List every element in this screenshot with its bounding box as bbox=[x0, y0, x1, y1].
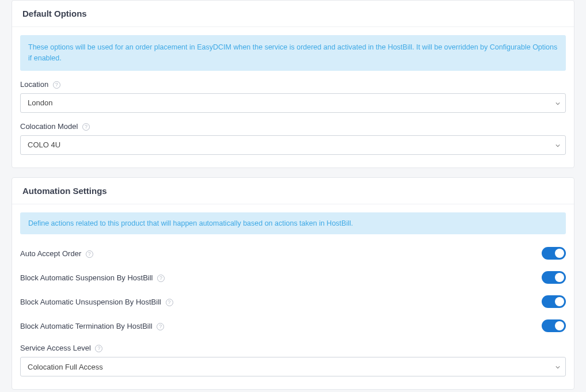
info-box: Define actions related to this product t… bbox=[20, 212, 566, 235]
block-auto-termination-label-text: Block Automatic Termination By HostBill bbox=[20, 322, 153, 330]
block-auto-termination-toggle[interactable] bbox=[542, 319, 566, 332]
toggle-label: Block Automatic Termination By HostBill … bbox=[20, 322, 164, 330]
colocation-model-label-text: Colocation Model bbox=[20, 122, 78, 131]
help-icon[interactable]: ? bbox=[95, 345, 102, 352]
location-label: Location ? bbox=[20, 80, 566, 89]
block-auto-unsuspension-toggle[interactable] bbox=[542, 295, 566, 308]
location-select[interactable]: London bbox=[20, 93, 566, 113]
toggle-label: Auto Accept Order ? bbox=[20, 249, 93, 258]
help-icon[interactable]: ? bbox=[53, 81, 60, 89]
auto-accept-order-row: Auto Accept Order ? bbox=[20, 247, 566, 260]
panel-body: These options will be used for an order … bbox=[12, 27, 574, 168]
colocation-model-select-wrapper: COLO 4U bbox=[20, 135, 566, 155]
colocation-model-group: Colocation Model ? COLO 4U bbox=[20, 122, 566, 155]
block-auto-unsuspension-label-text: Block Automatic Unsuspension By HostBill bbox=[20, 298, 161, 306]
toggle-label: Block Automatic Unsuspension By HostBill… bbox=[20, 298, 173, 306]
panel-header: Automation Settings bbox=[12, 178, 574, 204]
service-access-level-group: Service Access Level ? Colocation Full A… bbox=[20, 344, 566, 376]
automation-settings-panel: Automation Settings Define actions relat… bbox=[12, 177, 574, 390]
info-box: These options will be used for an order … bbox=[20, 35, 566, 71]
toggle-knob bbox=[555, 249, 564, 258]
help-icon[interactable]: ? bbox=[157, 323, 164, 330]
location-group: Location ? London bbox=[20, 80, 566, 113]
service-access-level-label: Service Access Level ? bbox=[20, 344, 566, 352]
panel-title: Default Options bbox=[22, 9, 564, 18]
auto-accept-order-toggle[interactable] bbox=[542, 247, 566, 260]
location-label-text: Location bbox=[20, 80, 48, 89]
colocation-model-select[interactable]: COLO 4U bbox=[20, 135, 566, 155]
toggle-knob bbox=[555, 297, 564, 306]
block-auto-suspension-row: Block Automatic Suspension By HostBill ? bbox=[20, 271, 566, 284]
panel-header: Default Options bbox=[12, 1, 574, 27]
auto-accept-order-label-text: Auto Accept Order bbox=[20, 249, 81, 258]
service-access-level-select-wrapper: Colocation Full Access bbox=[20, 357, 566, 376]
block-auto-termination-row: Block Automatic Termination By HostBill … bbox=[20, 319, 566, 332]
colocation-model-label: Colocation Model ? bbox=[20, 122, 566, 131]
block-auto-suspension-toggle[interactable] bbox=[542, 271, 566, 284]
toggle-knob bbox=[555, 273, 564, 282]
default-options-panel: Default Options These options will be us… bbox=[12, 0, 574, 168]
location-select-wrapper: London bbox=[20, 93, 566, 113]
panel-title: Automation Settings bbox=[22, 186, 564, 196]
help-icon[interactable]: ? bbox=[82, 123, 90, 131]
service-access-level-select[interactable]: Colocation Full Access bbox=[20, 357, 566, 376]
panel-body: Define actions related to this product t… bbox=[12, 204, 574, 390]
service-access-level-label-text: Service Access Level bbox=[20, 344, 91, 352]
help-icon[interactable]: ? bbox=[157, 275, 165, 282]
help-icon[interactable]: ? bbox=[86, 250, 93, 258]
toggle-label: Block Automatic Suspension By HostBill ? bbox=[20, 273, 165, 282]
block-auto-unsuspension-row: Block Automatic Unsuspension By HostBill… bbox=[20, 295, 566, 308]
block-auto-suspension-label-text: Block Automatic Suspension By HostBill bbox=[20, 273, 153, 282]
toggle-knob bbox=[555, 321, 564, 330]
help-icon[interactable]: ? bbox=[166, 299, 173, 306]
